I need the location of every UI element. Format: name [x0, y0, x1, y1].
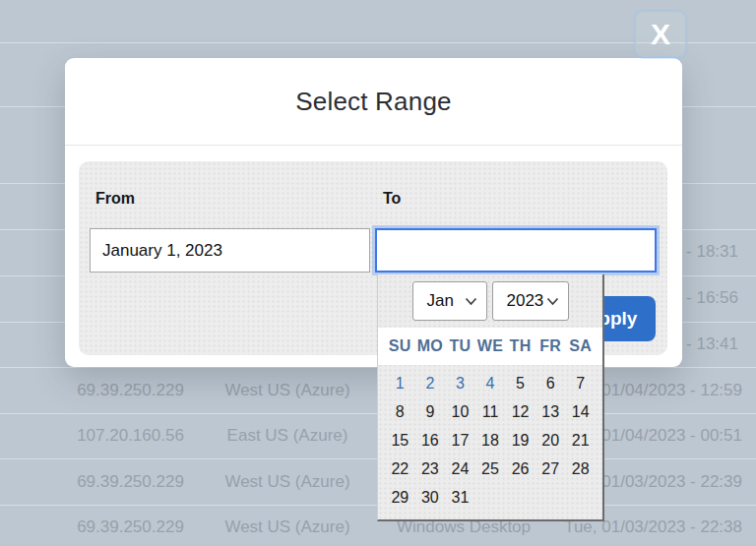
screen: - 18:31 - 16:56 - 13:41 69.39.250.229 We… [0, 0, 756, 546]
cell-location: West US (Azure) [205, 368, 370, 413]
weekday-header: SA [565, 337, 596, 355]
cell-datetime: 01/04/2023 - 00:51 [601, 414, 742, 459]
partial-datetime: - 18:31 [686, 229, 738, 275]
bg-partial-timestamps: - 18:31 - 16:56 - 13:41 [686, 229, 738, 367]
calendar-day[interactable]: 9 [415, 397, 446, 426]
calendar-day[interactable]: 4 [475, 369, 506, 397]
calendar-day[interactable]: 10 [445, 397, 475, 426]
from-label: From [95, 190, 135, 208]
weekday-header: WE [475, 337, 506, 355]
calendar-day[interactable]: 31 [445, 483, 475, 512]
calendar-day[interactable]: 7 [565, 369, 596, 397]
calendar-day[interactable]: 26 [505, 455, 536, 483]
weekday-header-row: SU MO TU WE TH FR SA [378, 328, 602, 365]
calendar-day[interactable]: 6 [536, 369, 566, 397]
year-select[interactable]: 2023 [492, 281, 569, 321]
cell-location: West US (Azure) [205, 459, 370, 505]
dialog-title: Select Range [295, 87, 452, 117]
calendar-day[interactable]: 21 [565, 426, 596, 455]
chevron-down-icon [546, 297, 559, 306]
calendar-day[interactable]: 30 [415, 483, 446, 512]
to-date-input[interactable] [375, 228, 657, 273]
weekday-header: FR [536, 337, 566, 355]
calendar-day[interactable]: 25 [475, 455, 506, 483]
cell-datetime: 01/04/2023 - 12:59 [601, 368, 742, 413]
weekday-header: TU [445, 337, 475, 355]
calendar-day[interactable]: 18 [475, 426, 506, 455]
calendar-day[interactable]: 8 [385, 397, 415, 426]
calendar-day[interactable]: 1 [385, 369, 415, 397]
month-select[interactable]: Jan [412, 281, 487, 321]
cell-ip-address: 69.39.250.229 [39, 506, 221, 546]
datepicker-controls: Jan 2023 [378, 274, 602, 326]
calendar-day[interactable]: 13 [536, 397, 566, 426]
cell-ip-address: 69.39.250.229 [39, 459, 221, 505]
calendar-day[interactable]: 3 [445, 369, 475, 397]
to-label: To [383, 190, 401, 208]
month-select-value: Jan [427, 291, 454, 311]
weekday-header: SU [385, 337, 415, 355]
calendar-day[interactable]: 28 [565, 455, 596, 483]
cell-location: West US (Azure) [205, 506, 370, 546]
weekday-header: TH [505, 337, 536, 355]
calendar-day[interactable]: 11 [475, 397, 506, 426]
calendar-day[interactable]: 29 [385, 483, 415, 512]
chevron-down-icon [465, 297, 477, 306]
partial-datetime: - 13:41 [686, 321, 738, 367]
calendar-day[interactable]: 20 [536, 426, 566, 455]
year-select-value: 2023 [507, 291, 544, 311]
calendar-day[interactable]: 14 [565, 397, 596, 426]
datepicker-popup: Jan 2023 SU MO TU WE TH [377, 274, 604, 521]
calendar-day[interactable]: 5 [505, 369, 536, 397]
cell-ip-address: 69.39.250.229 [39, 368, 221, 413]
calendar-day[interactable]: 27 [536, 455, 566, 483]
calendar-day[interactable]: 24 [445, 455, 475, 483]
cell-datetime: 01/03/2023 - 22:39 [601, 459, 742, 505]
calendar-day[interactable]: 23 [415, 455, 446, 483]
cell-ip-address: 107.20.160.56 [39, 414, 221, 459]
calendar-grid: 1 2 3 4 5 6 7 8 9 10 11 12 [378, 365, 602, 521]
cell-location: East US (Azure) [205, 414, 370, 459]
dialog-header: Select Range [65, 58, 682, 146]
calendar-day[interactable]: 17 [445, 426, 475, 455]
partial-datetime: - 16:56 [686, 275, 738, 322]
close-button[interactable]: X [635, 11, 686, 57]
weekday-header: MO [415, 337, 446, 355]
calendar-day[interactable]: 19 [505, 426, 536, 455]
calendar-day[interactable]: 22 [385, 455, 415, 483]
close-icon: X [651, 18, 670, 51]
calendar-day[interactable]: 2 [415, 369, 446, 397]
calendar-day[interactable]: 16 [415, 426, 446, 455]
from-date-input[interactable] [90, 228, 370, 273]
calendar-day[interactable]: 12 [505, 397, 536, 426]
calendar-day[interactable]: 15 [385, 426, 415, 455]
